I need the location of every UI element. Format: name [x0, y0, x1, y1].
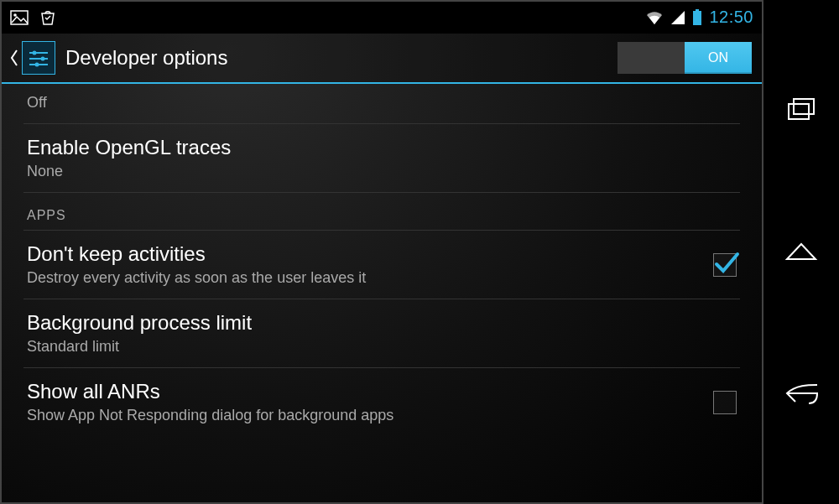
action-bar: Developer options ON [2, 34, 762, 84]
svg-rect-3 [693, 11, 701, 25]
setting-subtitle: Destroy every activity as soon as the us… [27, 269, 696, 287]
setting-row-dont-keep-activities[interactable]: Don't keep activities Destroy every acti… [23, 231, 740, 299]
svg-point-7 [33, 51, 37, 55]
setting-subtitle: Show App Not Responding dialog for backg… [27, 407, 696, 424]
status-bar: 12:50 [2, 2, 762, 34]
setting-title: Don't keep activities [27, 242, 696, 266]
setting-row-previous[interactable]: Off [23, 86, 740, 124]
signal-icon [670, 10, 685, 25]
setting-row-opengl-traces[interactable]: Enable OpenGL traces None [23, 124, 740, 193]
svg-rect-0 [11, 11, 28, 24]
back-button[interactable] [7, 41, 22, 75]
setting-title: Enable OpenGL traces [27, 136, 737, 159]
page-title: Developer options [65, 46, 618, 70]
setting-value: Off [27, 94, 737, 112]
setting-row-show-all-anrs[interactable]: Show all ANRs Show App Not Responding di… [23, 368, 740, 436]
svg-point-1 [13, 13, 17, 17]
setting-value: None [27, 163, 737, 180]
setting-row-background-process-limit[interactable]: Background process limit Standard limit [23, 299, 740, 368]
setting-value: Standard limit [27, 338, 737, 356]
gallery-icon [10, 10, 29, 25]
settings-list[interactable]: Off Enable OpenGL traces None APPS Don't… [2, 86, 762, 502]
play-store-icon [39, 8, 57, 27]
master-toggle-thumb: ON [685, 42, 752, 74]
wifi-icon [645, 10, 664, 25]
svg-point-8 [41, 57, 45, 61]
svg-rect-2 [696, 9, 699, 11]
developer-options-icon[interactable] [22, 41, 55, 75]
setting-title: Show all ANRs [27, 380, 696, 403]
checkbox-dont-keep-activities[interactable] [713, 253, 737, 277]
recents-button[interactable] [763, 84, 839, 134]
checkbox-show-all-anrs[interactable] [713, 391, 737, 414]
svg-rect-10 [789, 104, 809, 119]
battery-icon [692, 9, 702, 26]
back-nav-button[interactable] [763, 369, 839, 419]
setting-title: Background process limit [27, 311, 737, 335]
section-header-apps: APPS [23, 193, 740, 231]
master-toggle[interactable]: ON [618, 42, 752, 74]
svg-rect-11 [794, 99, 814, 114]
svg-point-9 [35, 63, 39, 67]
home-button[interactable] [763, 226, 839, 277]
screen: 12:50 Developer options ON Off [0, 0, 763, 504]
status-clock: 12:50 [709, 8, 753, 27]
system-nav-bar [763, 0, 839, 504]
